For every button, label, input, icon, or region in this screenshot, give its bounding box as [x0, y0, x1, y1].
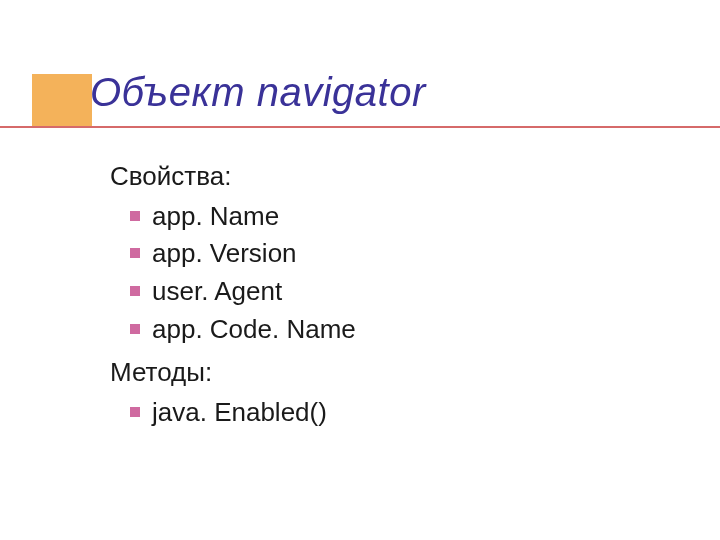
list-item-text: app. Name	[152, 201, 279, 231]
list-item: app. Name	[130, 198, 356, 236]
properties-list: app. Name app. Version user. Agent app. …	[110, 198, 356, 349]
list-item-text: app. Code. Name	[152, 314, 356, 344]
bullet-icon	[130, 248, 140, 258]
slide-body: Свойства: app. Name app. Version user. A…	[110, 158, 356, 438]
list-item: java. Enabled()	[130, 394, 356, 432]
bullet-icon	[130, 286, 140, 296]
methods-list: java. Enabled()	[110, 394, 356, 432]
list-item: user. Agent	[130, 273, 356, 311]
list-item: app. Code. Name	[130, 311, 356, 349]
methods-label: Методы:	[110, 354, 356, 392]
list-item-text: java. Enabled()	[152, 397, 327, 427]
bullet-icon	[130, 211, 140, 221]
list-item-text: user. Agent	[152, 276, 282, 306]
slide-title: Объект navigator	[90, 70, 426, 115]
bullet-icon	[130, 407, 140, 417]
bullet-icon	[130, 324, 140, 334]
title-accent-block	[32, 74, 92, 128]
list-item-text: app. Version	[152, 238, 297, 268]
list-item: app. Version	[130, 235, 356, 273]
title-underline	[0, 126, 720, 128]
properties-label: Свойства:	[110, 158, 356, 196]
